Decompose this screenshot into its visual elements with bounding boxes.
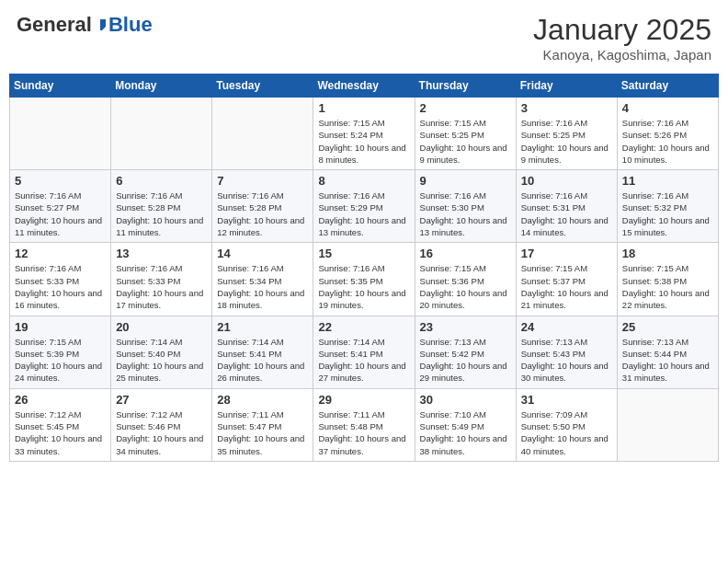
calendar-day-20: 20Sunrise: 7:14 AM Sunset: 5:40 PM Dayli… [111, 316, 212, 388]
calendar-week-3: 12Sunrise: 7:16 AM Sunset: 5:33 PM Dayli… [10, 243, 719, 316]
day-number: 11 [622, 174, 713, 188]
day-number: 25 [622, 320, 713, 334]
logo-general: General [17, 13, 92, 37]
day-info: Sunrise: 7:16 AM Sunset: 5:33 PM Dayligh… [116, 262, 207, 311]
day-info: Sunrise: 7:16 AM Sunset: 5:28 PM Dayligh… [217, 190, 308, 238]
day-info: Sunrise: 7:12 AM Sunset: 5:46 PM Dayligh… [116, 408, 207, 457]
calendar-table: SundayMondayTuesdayWednesdayThursdayFrid… [9, 74, 719, 462]
day-number: 14 [217, 247, 308, 260]
calendar-day-19: 19Sunrise: 7:15 AM Sunset: 5:39 PM Dayli… [10, 316, 111, 388]
calendar-day-13: 13Sunrise: 7:16 AM Sunset: 5:33 PM Dayli… [111, 243, 212, 316]
calendar-day-22: 22Sunrise: 7:14 AM Sunset: 5:41 PM Dayli… [313, 316, 415, 388]
calendar-day-21: 21Sunrise: 7:14 AM Sunset: 5:41 PM Dayli… [212, 316, 313, 388]
calendar-day-12: 12Sunrise: 7:16 AM Sunset: 5:33 PM Dayli… [10, 243, 111, 316]
day-number: 13 [116, 247, 207, 260]
calendar-day-18: 18Sunrise: 7:15 AM Sunset: 5:38 PM Dayli… [617, 243, 718, 316]
weekday-header-friday: Friday [516, 75, 617, 98]
day-info: Sunrise: 7:15 AM Sunset: 5:39 PM Dayligh… [15, 336, 106, 385]
day-info: Sunrise: 7:13 AM Sunset: 5:44 PM Dayligh… [622, 336, 713, 385]
day-info: Sunrise: 7:16 AM Sunset: 5:35 PM Dayligh… [318, 262, 409, 311]
day-number: 19 [15, 320, 106, 334]
day-info: Sunrise: 7:13 AM Sunset: 5:42 PM Dayligh… [420, 336, 511, 385]
day-number: 7 [217, 174, 308, 188]
day-number: 2 [420, 101, 511, 115]
calendar-day-27: 27Sunrise: 7:12 AM Sunset: 5:46 PM Dayli… [111, 388, 212, 461]
calendar-day-26: 26Sunrise: 7:12 AM Sunset: 5:45 PM Dayli… [10, 388, 111, 461]
calendar-day-2: 2Sunrise: 7:15 AM Sunset: 5:25 PM Daylig… [415, 98, 516, 170]
calendar-day-6: 6Sunrise: 7:16 AM Sunset: 5:28 PM Daylig… [111, 170, 212, 243]
day-info: Sunrise: 7:15 AM Sunset: 5:36 PM Dayligh… [420, 262, 511, 311]
calendar-day-31: 31Sunrise: 7:09 AM Sunset: 5:50 PM Dayli… [516, 388, 617, 461]
weekday-header-thursday: Thursday [415, 75, 516, 98]
day-number: 30 [420, 393, 511, 407]
empty-cell [617, 388, 718, 461]
day-number: 18 [622, 247, 713, 260]
calendar-day-3: 3Sunrise: 7:16 AM Sunset: 5:25 PM Daylig… [516, 98, 617, 170]
day-number: 23 [420, 320, 511, 334]
day-number: 27 [116, 393, 207, 407]
day-number: 4 [622, 101, 713, 115]
calendar-day-4: 4Sunrise: 7:16 AM Sunset: 5:26 PM Daylig… [617, 98, 718, 170]
calendar-day-11: 11Sunrise: 7:16 AM Sunset: 5:32 PM Dayli… [617, 170, 718, 243]
calendar-day-7: 7Sunrise: 7:16 AM Sunset: 5:28 PM Daylig… [212, 170, 313, 243]
calendar-day-5: 5Sunrise: 7:16 AM Sunset: 5:27 PM Daylig… [10, 170, 111, 243]
calendar-day-25: 25Sunrise: 7:13 AM Sunset: 5:44 PM Dayli… [617, 316, 718, 388]
day-number: 8 [318, 174, 409, 188]
day-info: Sunrise: 7:13 AM Sunset: 5:43 PM Dayligh… [521, 336, 612, 385]
day-info: Sunrise: 7:14 AM Sunset: 5:41 PM Dayligh… [318, 336, 409, 385]
day-info: Sunrise: 7:11 AM Sunset: 5:48 PM Dayligh… [318, 408, 409, 457]
day-info: Sunrise: 7:16 AM Sunset: 5:25 PM Dayligh… [521, 117, 612, 166]
calendar-week-4: 19Sunrise: 7:15 AM Sunset: 5:39 PM Dayli… [10, 316, 719, 388]
day-number: 10 [521, 174, 612, 188]
month-title: January 2025 [533, 13, 711, 47]
day-info: Sunrise: 7:10 AM Sunset: 5:49 PM Dayligh… [420, 408, 511, 457]
day-number: 24 [521, 320, 612, 334]
weekday-header-saturday: Saturday [617, 75, 718, 98]
empty-cell [111, 98, 212, 170]
day-number: 20 [116, 320, 207, 334]
day-number: 16 [420, 247, 511, 260]
day-info: Sunrise: 7:15 AM Sunset: 5:37 PM Dayligh… [521, 262, 612, 311]
day-number: 9 [420, 174, 511, 188]
day-number: 22 [318, 320, 409, 334]
day-info: Sunrise: 7:15 AM Sunset: 5:38 PM Dayligh… [622, 262, 713, 311]
day-info: Sunrise: 7:16 AM Sunset: 5:34 PM Dayligh… [217, 262, 308, 311]
day-info: Sunrise: 7:12 AM Sunset: 5:45 PM Dayligh… [15, 408, 106, 457]
day-number: 1 [318, 101, 409, 115]
day-info: Sunrise: 7:16 AM Sunset: 5:30 PM Dayligh… [420, 190, 511, 238]
calendar-week-1: 1Sunrise: 7:15 AM Sunset: 5:24 PM Daylig… [10, 98, 719, 170]
day-number: 6 [116, 174, 207, 188]
day-info: Sunrise: 7:16 AM Sunset: 5:33 PM Dayligh… [15, 262, 106, 311]
day-info: Sunrise: 7:15 AM Sunset: 5:25 PM Dayligh… [420, 117, 511, 166]
day-number: 3 [521, 101, 612, 115]
title-area: January 2025 Kanoya, Kagoshima, Japan [533, 13, 711, 63]
logo: General Blue [17, 13, 153, 37]
day-info: Sunrise: 7:14 AM Sunset: 5:40 PM Dayligh… [116, 336, 207, 385]
logo-icon [93, 17, 108, 32]
calendar-week-2: 5Sunrise: 7:16 AM Sunset: 5:27 PM Daylig… [10, 170, 719, 243]
calendar-day-17: 17Sunrise: 7:15 AM Sunset: 5:37 PM Dayli… [516, 243, 617, 316]
day-number: 5 [15, 174, 106, 188]
day-info: Sunrise: 7:09 AM Sunset: 5:50 PM Dayligh… [521, 408, 612, 457]
day-info: Sunrise: 7:14 AM Sunset: 5:41 PM Dayligh… [217, 336, 308, 385]
day-info: Sunrise: 7:11 AM Sunset: 5:47 PM Dayligh… [217, 408, 308, 457]
logo-blue: Blue [108, 13, 153, 37]
day-number: 28 [217, 393, 308, 407]
empty-cell [212, 98, 313, 170]
day-info: Sunrise: 7:16 AM Sunset: 5:29 PM Dayligh… [318, 190, 409, 238]
day-info: Sunrise: 7:16 AM Sunset: 5:26 PM Dayligh… [622, 117, 713, 166]
calendar-day-30: 30Sunrise: 7:10 AM Sunset: 5:49 PM Dayli… [415, 388, 516, 461]
day-number: 31 [521, 393, 612, 407]
calendar-day-24: 24Sunrise: 7:13 AM Sunset: 5:43 PM Dayli… [516, 316, 617, 388]
day-number: 17 [521, 247, 612, 260]
calendar-day-23: 23Sunrise: 7:13 AM Sunset: 5:42 PM Dayli… [415, 316, 516, 388]
calendar-day-9: 9Sunrise: 7:16 AM Sunset: 5:30 PM Daylig… [415, 170, 516, 243]
calendar-day-15: 15Sunrise: 7:16 AM Sunset: 5:35 PM Dayli… [313, 243, 415, 316]
calendar-day-10: 10Sunrise: 7:16 AM Sunset: 5:31 PM Dayli… [516, 170, 617, 243]
day-info: Sunrise: 7:16 AM Sunset: 5:31 PM Dayligh… [521, 190, 612, 238]
page-header: General Blue January 2025 Kanoya, Kagosh… [9, 9, 719, 66]
day-info: Sunrise: 7:15 AM Sunset: 5:24 PM Dayligh… [318, 117, 409, 166]
empty-cell [10, 98, 111, 170]
weekday-header-tuesday: Tuesday [212, 75, 313, 98]
calendar-day-1: 1Sunrise: 7:15 AM Sunset: 5:24 PM Daylig… [313, 98, 415, 170]
